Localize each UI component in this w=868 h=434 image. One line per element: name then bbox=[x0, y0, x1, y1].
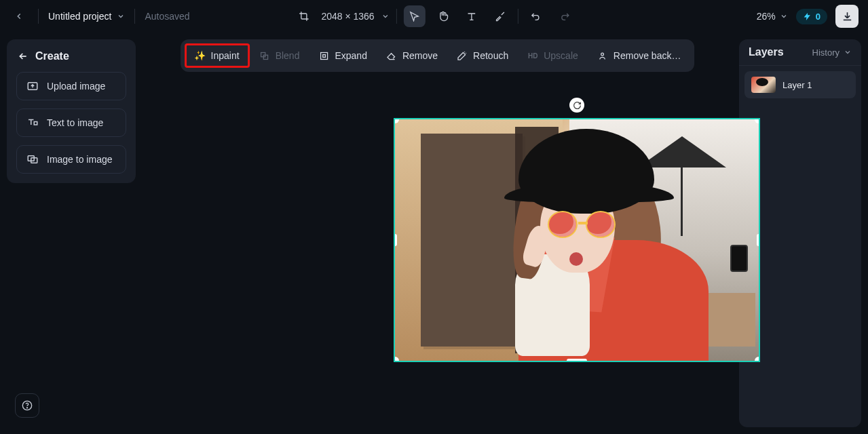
layer-name: Layer 1 bbox=[782, 80, 812, 90]
canvas-area[interactable]: ✨ Inpaint Blend Expand Remove bbox=[143, 33, 732, 434]
divider bbox=[518, 9, 518, 24]
divider bbox=[134, 9, 135, 24]
arrow-left-icon bbox=[18, 51, 29, 62]
rotate-icon bbox=[573, 101, 582, 110]
pointer-tool[interactable] bbox=[404, 5, 426, 27]
text-to-image-button[interactable]: Text to image bbox=[16, 108, 126, 137]
project-name: Untitled project bbox=[48, 11, 111, 22]
resize-handle-right[interactable] bbox=[757, 234, 760, 246]
resize-handle-br[interactable] bbox=[755, 357, 760, 362]
image-icon bbox=[26, 153, 39, 165]
chevron-down-icon bbox=[117, 12, 125, 20]
help-button[interactable] bbox=[15, 393, 39, 418]
remove-label: Remove bbox=[402, 50, 438, 61]
expand-tool[interactable]: Expand bbox=[309, 44, 376, 67]
chevron-down-icon bbox=[780, 12, 788, 20]
zoom-dropdown[interactable]: 26% bbox=[757, 11, 788, 22]
chevron-left-icon bbox=[14, 12, 24, 21]
download-icon bbox=[842, 11, 853, 22]
history-label: History bbox=[812, 47, 839, 58]
inpaint-tool[interactable]: ✨ Inpaint bbox=[185, 43, 250, 68]
svg-point-8 bbox=[601, 53, 604, 56]
upscale-label: Upscale bbox=[544, 50, 578, 61]
redo-icon bbox=[559, 11, 570, 22]
hand-icon bbox=[438, 11, 449, 22]
layer-thumbnail bbox=[751, 77, 776, 93]
edit-toolbar: ✨ Inpaint Blend Expand Remove bbox=[181, 39, 695, 72]
upload-image-button[interactable]: Upload image bbox=[16, 72, 126, 100]
zoom-value: 26% bbox=[757, 11, 776, 22]
top-bar: Untitled project Autosaved 2048 × 1366 bbox=[0, 0, 868, 33]
text-icon bbox=[466, 11, 477, 22]
canvas-stage[interactable] bbox=[394, 118, 760, 389]
eyedropper-icon bbox=[495, 11, 506, 22]
create-panel: Create Upload image Text to image Image … bbox=[7, 39, 136, 183]
image-to-image-button[interactable]: Image to image bbox=[16, 145, 126, 174]
wand-icon bbox=[457, 50, 468, 61]
question-icon bbox=[22, 400, 33, 411]
image-to-image-label: Image to image bbox=[47, 154, 113, 165]
chevron-down-icon bbox=[844, 48, 852, 56]
retouch-tool[interactable]: Retouch bbox=[447, 44, 518, 67]
left-sidebar: Create Upload image Text to image Image … bbox=[0, 33, 143, 434]
chevron-down-icon bbox=[381, 12, 390, 20]
blend-label: Blend bbox=[276, 50, 300, 61]
expand-label: Expand bbox=[335, 50, 366, 61]
eraser-icon bbox=[386, 50, 397, 61]
svg-point-10 bbox=[26, 408, 27, 408]
history-dropdown[interactable]: History bbox=[812, 47, 852, 58]
project-title-dropdown[interactable]: Untitled project bbox=[48, 11, 125, 22]
inpaint-label: Inpaint bbox=[211, 50, 240, 61]
create-label: Create bbox=[35, 50, 69, 62]
dimensions-dropdown[interactable]: 2048 × 1366 bbox=[321, 11, 389, 22]
divider bbox=[396, 9, 397, 24]
credits-count: 0 bbox=[816, 12, 820, 22]
resize-handle-left[interactable] bbox=[394, 234, 397, 246]
expand-icon bbox=[318, 50, 329, 61]
upload-icon bbox=[26, 80, 39, 92]
top-right-group: 26% 0 bbox=[757, 5, 858, 28]
crop-icon bbox=[298, 11, 309, 22]
svg-rect-2 bbox=[34, 122, 37, 125]
divider bbox=[38, 9, 39, 24]
download-button[interactable] bbox=[835, 5, 858, 28]
remove-background-tool[interactable]: Remove back… bbox=[588, 44, 691, 67]
retouch-label: Retouch bbox=[473, 50, 508, 61]
resize-handle-bottom[interactable] bbox=[567, 359, 587, 362]
sparkle-brush-icon: ✨ bbox=[195, 50, 206, 61]
layer-item[interactable]: Layer 1 bbox=[744, 71, 856, 98]
bolt-icon bbox=[803, 12, 812, 21]
selected-image-frame[interactable] bbox=[394, 118, 760, 362]
remove-bg-label: Remove back… bbox=[614, 50, 681, 61]
back-button[interactable] bbox=[10, 7, 29, 26]
image-content bbox=[395, 119, 759, 361]
text-tool[interactable] bbox=[461, 5, 483, 27]
text-to-image-label: Text to image bbox=[47, 117, 103, 128]
hd-icon: HD bbox=[527, 50, 538, 61]
create-header[interactable]: Create bbox=[16, 49, 126, 72]
crop-button[interactable] bbox=[293, 5, 314, 27]
credits-badge[interactable]: 0 bbox=[796, 9, 827, 24]
undo-button[interactable] bbox=[525, 5, 547, 27]
upload-label: Upload image bbox=[47, 81, 105, 92]
person-cutout-icon bbox=[597, 50, 608, 61]
blend-icon bbox=[259, 50, 270, 61]
main-body: Create Upload image Text to image Image … bbox=[0, 33, 868, 434]
dimensions-text: 2048 × 1366 bbox=[321, 11, 374, 22]
redo-button[interactable] bbox=[554, 5, 575, 27]
remove-tool[interactable]: Remove bbox=[377, 44, 447, 67]
upscale-tool: HD Upscale bbox=[518, 44, 588, 67]
rotate-handle[interactable] bbox=[569, 98, 584, 113]
eyedropper-tool[interactable] bbox=[489, 5, 511, 27]
autosave-status: Autosaved bbox=[145, 11, 189, 22]
layers-title: Layers bbox=[749, 46, 784, 58]
top-center-group: 2048 × 1366 bbox=[293, 5, 575, 27]
blend-tool: Blend bbox=[250, 44, 309, 67]
layers-header: Layers History bbox=[739, 39, 861, 66]
pointer-icon bbox=[409, 11, 420, 22]
undo-icon bbox=[531, 11, 542, 22]
hand-tool[interactable] bbox=[432, 5, 454, 27]
top-left-group: Untitled project Autosaved bbox=[10, 7, 190, 26]
text-icon bbox=[26, 117, 39, 129]
